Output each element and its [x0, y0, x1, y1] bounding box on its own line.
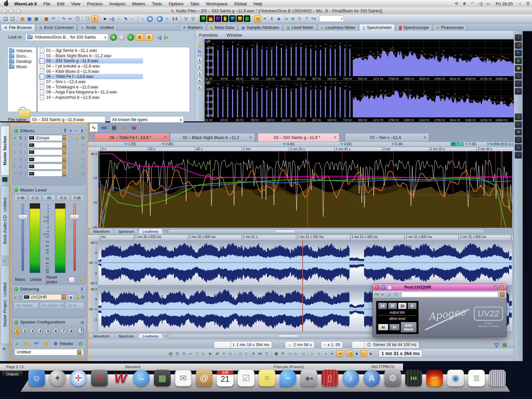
- slot-power-icon[interactable]: ⏻: [81, 136, 85, 140]
- insert-cursor-icon[interactable]: Ⅰ: [194, 350, 200, 356]
- slot-latency-box[interactable]: ⬚: [69, 157, 72, 162]
- marker-5[interactable]: 5 (R): [391, 142, 403, 146]
- redo-icon[interactable]: ↷: [60, 16, 66, 22]
- system-preferences-icon[interactable]: ⚙: [384, 370, 401, 386]
- preset-box-icon[interactable]: [499, 285, 504, 290]
- menu-item-workspace[interactable]: Workspace: [203, 0, 231, 7]
- effect-plugin-field[interactable]: iZotope: [28, 135, 68, 141]
- effect-plugin-field[interactable]: [28, 149, 68, 155]
- close-icon[interactable]: ✕: [333, 135, 336, 140]
- reminders-icon[interactable]: ☑: [238, 370, 254, 386]
- view-tab-waveform[interactable]: Waveform: [89, 333, 114, 338]
- view-tab-loudness[interactable]: Loudness: [138, 228, 163, 234]
- play-from-cursor-icon[interactable]: ▷: [201, 350, 207, 356]
- dither-auto-black-button[interactable]: auto black: [401, 322, 417, 332]
- file-length-box[interactable]: ▭2 mn 56 s: [285, 341, 315, 348]
- safari-icon[interactable]: ✛: [70, 370, 87, 386]
- grid-view-button[interactable]: ⊞: [136, 34, 144, 41]
- phasescope-mini-icon[interactable]: [214, 15, 221, 22]
- place-item-docu[interactable]: Docu...: [8, 54, 36, 59]
- new-file-icon[interactable]: ❏: [2, 16, 9, 22]
- file-list-item[interactable]: ♪08 – Tchièkagni e –11,0.wav: [39, 84, 143, 90]
- openoffice-icon[interactable]: ⌣: [133, 370, 150, 386]
- select-markers-icon[interactable]: ◇: [227, 350, 233, 356]
- file-list-item[interactable]: ♪01 – Jigi Seme b –11,1.wav: [39, 48, 143, 53]
- stop-icon[interactable]: ■: [354, 350, 360, 356]
- app-store-icon[interactable]: A: [363, 370, 380, 386]
- snapshot-icon[interactable]: ⊡: [174, 350, 180, 356]
- zoom-ratio-indicator[interactable]: 1:1: [171, 16, 179, 22]
- paste-icon[interactable]: ❒: [84, 16, 90, 22]
- zoom-button[interactable]: [16, 9, 21, 13]
- notification-center-icon[interactable]: ☰: [524, 1, 532, 6]
- ms-ruler[interactable]: ms1 mn 30 s 600 ms1 mn 30 s 800 ms1 mn 3…: [88, 235, 514, 240]
- fader-right-thumb[interactable]: ⠿: [70, 214, 79, 219]
- view-tab-waveform[interactable]: Waveform: [89, 228, 114, 234]
- shapes-icon[interactable]: ◆: [515, 57, 522, 64]
- place-item-desktop[interactable]: Desktop: [8, 59, 36, 64]
- menu-item-edit[interactable]: Edit: [54, 0, 67, 7]
- tab-sample-attributes[interactable]: ▦Sample Attributes: [238, 24, 282, 31]
- skip-back-icon[interactable]: ◁: [287, 350, 293, 356]
- loupe-icon[interactable]: ○: [116, 16, 122, 22]
- loudness-meter-mini-icon[interactable]: [207, 15, 214, 22]
- slot-solo-button[interactable]: S: [19, 171, 22, 176]
- play-tool-icon[interactable]: ◁): [109, 16, 115, 22]
- slot-check-icon[interactable]: ✓: [14, 150, 17, 155]
- import-file-icon[interactable]: ❏: [9, 16, 16, 22]
- close-button[interactable]: [2, 9, 7, 13]
- slot-power-icon[interactable]: ⏻: [81, 157, 85, 162]
- error-correction-icon[interactable]: ✚: [515, 34, 522, 41]
- peak-hold-icon[interactable]: ⧍: [69, 277, 74, 282]
- output-bits-8-button[interactable]: 8: [408, 303, 417, 309]
- input-menu-icon[interactable]: ❖: [461, 1, 468, 6]
- marker-10[interactable]: 10 (L): [500, 142, 513, 146]
- preset-cabinet-icon[interactable]: [62, 143, 66, 148]
- move-dither-icon[interactable]: ⇕: [80, 287, 84, 292]
- skip-forward-icon[interactable]: ▷: [293, 350, 299, 356]
- look-in-dropdown[interactable]: /Volumes/Gros B... for 333 Saints▾: [25, 34, 108, 41]
- marker-1[interactable]: 1 (R): [124, 142, 136, 146]
- preset-4-button[interactable]: 4: [197, 77, 203, 84]
- reset-icon[interactable]: ↻: [195, 49, 204, 54]
- file-list-item[interactable]: ♪05 – Kibili Blues d –11,9.wav: [39, 69, 143, 74]
- undo-icon[interactable]: ↶: [50, 16, 57, 22]
- go-end-icon[interactable]: ⇥: [336, 350, 343, 357]
- calendar-icon[interactable]: JUN21: [217, 370, 233, 386]
- play-forward-icon[interactable]: ▷: [310, 350, 316, 356]
- menu-clock[interactable]: Fri 18:20: [492, 0, 516, 7]
- tab-spectrometer[interactable]: ▒Spectrometer: [359, 24, 395, 31]
- power-icon[interactable]: ⏻: [79, 341, 83, 347]
- tag-icon[interactable]: ⬟: [515, 65, 522, 72]
- spectrometer-mini-icon[interactable]: [229, 15, 236, 22]
- messages-icon[interactable]: •••: [280, 370, 296, 386]
- spotlight-icon[interactable]: ○: [516, 1, 524, 6]
- preset-cabinet-icon[interactable]: [62, 150, 66, 155]
- reorder-icon[interactable]: ⦀: [64, 128, 66, 133]
- effect-plugin-field[interactable]: [28, 142, 68, 148]
- help-button[interactable]: [381, 285, 385, 290]
- render-gear-icon[interactable]: ✱: [54, 341, 58, 347]
- output-bits-16-button[interactable]: 16: [398, 303, 407, 309]
- wrench-icon[interactable]: ⚙: [195, 44, 204, 49]
- audition-speaker-button[interactable]: ◁): [156, 34, 163, 41]
- slot-lock-icon[interactable]: 🔓: [75, 164, 79, 169]
- preset-1-button[interactable]: 1: [197, 57, 203, 63]
- render-label[interactable]: Render: [60, 341, 73, 346]
- preset-5-button[interactable]: 5: [197, 84, 203, 91]
- save-icon[interactable]: ▦: [26, 16, 33, 22]
- tab-script-untitled[interactable]: ✎Script : Untitled: [77, 24, 117, 31]
- uv22-title-bar[interactable]: Post:UV22HR: [373, 284, 506, 291]
- slot-solo-button[interactable]: S: [19, 150, 22, 155]
- play-backward-icon[interactable]: ◁: [300, 350, 306, 356]
- edit-pointer-icon[interactable]: ➤: [102, 16, 108, 22]
- view-tab-spectrum[interactable]: Spectrum: [114, 228, 138, 234]
- bypass-icon[interactable]: ▯: [386, 291, 392, 297]
- document-tab[interactable]: 06 – Tilébi Fè f –13,6 *✕: [94, 133, 170, 142]
- mail-icon[interactable]: ✉: [175, 370, 192, 386]
- menu-item-analysis[interactable]: Analysis: [106, 0, 129, 7]
- sync-icon[interactable]: ↻: [297, 16, 303, 22]
- marker-2[interactable]: 2 (R): [162, 142, 173, 146]
- pause-icon[interactable]: ‖: [269, 16, 275, 22]
- time-machine-icon[interactable]: ⟲: [453, 1, 461, 6]
